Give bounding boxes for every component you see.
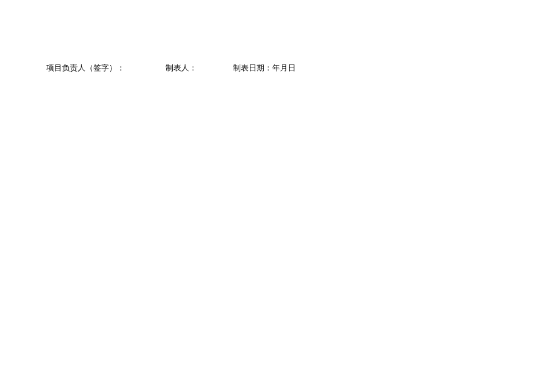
preparation-date-label: 制表日期：年月日 (233, 62, 296, 75)
preparer-label: 制表人： (166, 62, 231, 75)
signature-row: 项目负责人（签字）： 制表人： 制表日期：年月日 (46, 62, 347, 75)
project-leader-signature-label: 项目负责人（签字）： (46, 62, 164, 75)
